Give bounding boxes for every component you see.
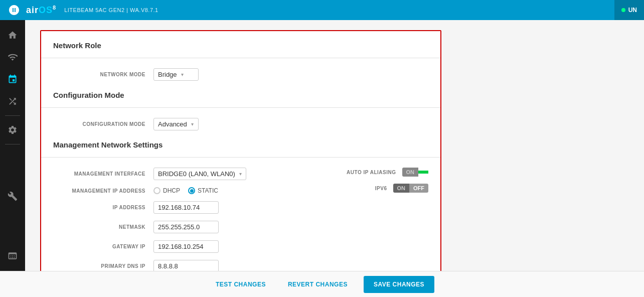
gateway-control [153, 240, 219, 253]
config-mode-title: Configuration Mode [53, 91, 428, 99]
mgmt-col-right: AUTO IP ALIASING ON IPV6 ON OFF [288, 168, 428, 271]
network-mode-row: NETWORK MODE Bridge ▾ [53, 68, 428, 81]
ipv6-toggle[interactable]: ON OFF [393, 184, 429, 193]
auto-ip-row: AUTO IP ALIASING ON [288, 168, 428, 177]
mgmt-interface-label: MANAGEMENT INTERFACE [53, 171, 153, 177]
mgmt-interface-row: MANAGEMENT INTERFACE BRIDGE0 (LAN0, WLAN… [53, 168, 288, 180]
radio-dhcp[interactable]: DHCP [153, 187, 180, 194]
netmask-control [153, 221, 219, 233]
config-mode-control: Advanced ▾ [153, 118, 199, 130]
config-mode-value: Advanced [158, 120, 187, 128]
navbar: airOS8 LITEBEAM 5AC GEN2 | WA.V8.7.1 UN [0, 0, 644, 20]
network-mode-dropdown[interactable]: Bridge ▾ [153, 68, 199, 81]
config-mode-row: CONFIGURATION MODE Advanced ▾ [53, 118, 428, 130]
mgmt-two-col: MANAGEMENT INTERFACE BRIDGE0 (LAN0, WLAN… [53, 168, 428, 271]
ip-address-input[interactable] [153, 201, 219, 214]
netmask-row: NETMASK [53, 221, 288, 233]
config-mode-label: CONFIGURATION MODE [53, 121, 153, 127]
sidebar-item-dashboard[interactable] [3, 25, 23, 45]
auto-ip-label: AUTO IP ALIASING [347, 170, 396, 175]
sidebar-divider-2 [5, 144, 20, 144]
dhcp-label: DHCP [163, 187, 180, 194]
ipv6-on-inactive: ON [393, 184, 410, 193]
navbar-device: LITEBEAM 5AC GEN2 | WA.V8.7.1 [64, 7, 158, 13]
sidebar-item-wireless[interactable] [3, 47, 23, 67]
ipv6-off-label: OFF [409, 184, 428, 193]
mgmt-col-left: MANAGEMENT INTERFACE BRIDGE0 (LAN0, WLAN… [53, 168, 288, 271]
test-changes-button[interactable]: TEST CHANGES [210, 277, 272, 292]
config-mode-dropdown[interactable]: Advanced ▾ [153, 118, 199, 130]
mgmt-ip-control: DHCP STATIC [153, 187, 218, 194]
primary-dns-control [153, 260, 219, 271]
ip-address-row: IP ADDRESS [53, 201, 288, 214]
content-area: Network Role NETWORK MODE Bridge ▾ Confi… [25, 20, 644, 271]
main-panel: Network Role NETWORK MODE Bridge ▾ Confi… [40, 30, 441, 271]
navbar-logo[interactable] [6, 2, 22, 18]
gateway-label: GATEWAY IP [53, 244, 153, 249]
save-changes-button[interactable]: SAVE CHANGES [364, 276, 434, 293]
network-mode-arrow: ▾ [181, 72, 184, 77]
mgmt-interface-dropdown[interactable]: BRIDGE0 (LAN0, WLAN0) ▾ [153, 168, 246, 180]
network-mode-control: Bridge ▾ [153, 68, 199, 81]
ipv6-label: IPV6 [375, 186, 387, 191]
navbar-user: UN [614, 0, 644, 20]
netmask-input[interactable] [153, 221, 219, 233]
sidebar-item-settings[interactable] [3, 120, 23, 140]
sidebar-item-terminal[interactable] [3, 246, 23, 266]
radio-static-outer [188, 187, 195, 194]
revert-changes-button[interactable]: REVERT CHANGES [282, 277, 354, 292]
network-mode-label: NETWORK MODE [53, 72, 153, 77]
sidebar [0, 20, 25, 271]
radio-static[interactable]: STATIC [188, 187, 218, 194]
mgmt-interface-control: BRIDGE0 (LAN0, WLAN0) ▾ [153, 168, 246, 180]
network-role-title: Network Role [53, 41, 428, 50]
auto-ip-toggle[interactable]: ON [402, 168, 429, 177]
navbar-username: UN [628, 7, 637, 14]
section-divider-2 [41, 107, 440, 108]
ip-address-control [153, 201, 219, 214]
sidebar-item-tools[interactable] [3, 186, 23, 206]
mgmt-ip-row: MANAGEMENT IP ADDRESS DHCP [53, 187, 288, 194]
sidebar-item-network[interactable] [3, 69, 23, 89]
section-divider-3 [41, 157, 440, 158]
sidebar-divider [5, 115, 20, 116]
radio-static-inner [190, 189, 194, 193]
navbar-brand: airOS8 [26, 5, 56, 16]
config-mode-arrow: ▾ [191, 121, 194, 127]
user-status-dot [621, 8, 625, 12]
primary-dns-row: PRIMARY DNS IP [53, 260, 288, 271]
static-label: STATIC [198, 187, 218, 194]
primary-dns-input[interactable] [153, 260, 219, 271]
gateway-input[interactable] [153, 240, 219, 253]
ip-address-label: IP ADDRESS [53, 205, 153, 210]
network-mode-value: Bridge [158, 71, 177, 78]
section-divider-1 [41, 58, 440, 58]
mgmt-interface-value: BRIDGE0 (LAN0, WLAN0) [158, 170, 235, 178]
ipv6-row: IPV6 ON OFF [288, 184, 428, 193]
mgmt-network-title: Management Network Settings [53, 140, 428, 149]
primary-dns-label: PRIMARY DNS IP [53, 263, 153, 269]
mgmt-ip-label: MANAGEMENT IP ADDRESS [53, 188, 153, 194]
mgmt-interface-arrow: ▾ [239, 171, 242, 177]
sidebar-item-routing[interactable] [3, 91, 23, 111]
gateway-row: GATEWAY IP [53, 240, 288, 253]
netmask-label: NETMASK [53, 224, 153, 230]
radio-dhcp-outer [153, 187, 160, 194]
bottom-bar: TEST CHANGES REVERT CHANGES SAVE CHANGES [0, 271, 644, 297]
